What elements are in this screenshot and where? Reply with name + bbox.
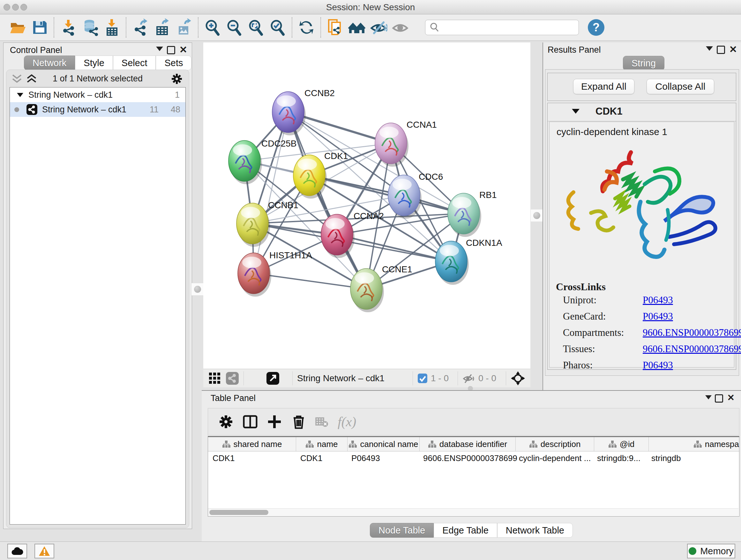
- network-node-hist1h1a[interactable]: HIST1H1A: [238, 250, 312, 297]
- table-options-gear-icon[interactable]: [218, 414, 234, 430]
- table-cell[interactable]: 9606.ENSP00000378699: [419, 451, 515, 465]
- panel-collapse-icon[interactable]: [705, 395, 712, 399]
- selected-checkbox-icon[interactable]: [417, 373, 428, 383]
- crosslink-label: Pharos:: [563, 360, 643, 371]
- first-neighbors-icon[interactable]: [348, 18, 366, 37]
- export-image-icon[interactable]: [175, 18, 193, 37]
- tab-node-table[interactable]: Node Table: [370, 523, 434, 538]
- automation-cloud-button[interactable]: [7, 544, 27, 558]
- column-header-shared-name[interactable]: shared name: [208, 437, 296, 451]
- zoom-selected-icon[interactable]: [269, 18, 286, 37]
- crosslink-value-link[interactable]: P06493: [643, 294, 673, 306]
- tab-edge-table[interactable]: Edge Table: [434, 523, 497, 538]
- horizontal-splitter-handle[interactable]: [467, 387, 474, 390]
- collapse-all-button[interactable]: Collapse All: [647, 79, 714, 94]
- panel-close-icon[interactable]: ✕: [727, 392, 735, 403]
- zoom-fit-icon[interactable]: [247, 18, 265, 37]
- window-title: Session: New Session: [0, 2, 741, 12]
- table-cell[interactable]: cyclin-dependent ...: [515, 451, 593, 465]
- crosslink-value-link[interactable]: 9606.ENSP00000378699: [643, 343, 741, 355]
- network-collection-row[interactable]: String Network – cdk1 1: [10, 87, 185, 102]
- node-entry-header[interactable]: CDK1: [548, 103, 736, 121]
- zoom-in-icon[interactable]: [204, 18, 221, 37]
- export-network-icon[interactable]: [131, 18, 149, 37]
- network-row-selected[interactable]: String Network – cdk1 11 48: [10, 102, 185, 117]
- network-node-ccnb2[interactable]: CCNB2: [272, 88, 335, 135]
- column-header--id[interactable]: @id: [594, 437, 649, 451]
- tab-string[interactable]: String: [623, 56, 664, 71]
- import-table-icon[interactable]: [103, 18, 121, 37]
- tab-sets[interactable]: Sets: [156, 56, 192, 70]
- search-input[interactable]: [425, 20, 579, 35]
- panel-float-icon[interactable]: [167, 46, 175, 54]
- import-database-icon[interactable]: [81, 18, 99, 37]
- table-cell[interactable]: P06493: [347, 451, 419, 465]
- network-node-cdc6[interactable]: CDC6: [388, 172, 443, 219]
- network-graph[interactable]: CCNB2CCNA1CDC25BCDK1CDC6RB1CCNB1CCNA2CDK…: [203, 43, 530, 369]
- network-node-cdk1[interactable]: CDK1: [293, 151, 348, 199]
- network-node-ccna1[interactable]: CCNA1: [375, 120, 437, 167]
- hide-selected-icon[interactable]: [369, 18, 387, 37]
- network-node-ccne1[interactable]: CCNE1: [350, 264, 412, 312]
- crosslink-value-link[interactable]: 9606.ENSP00000378699: [643, 327, 741, 338]
- panel-float-icon[interactable]: [715, 394, 723, 402]
- table-hscrollbar[interactable]: [208, 508, 738, 516]
- export-table-icon[interactable]: [153, 18, 171, 37]
- warnings-button[interactable]: [35, 544, 54, 558]
- network-node-cdc25b[interactable]: CDC25B: [228, 138, 296, 184]
- panel-close-icon[interactable]: ✕: [729, 44, 737, 55]
- gear-icon[interactable]: [171, 72, 183, 85]
- tab-network-table[interactable]: Network Table: [497, 523, 573, 538]
- tree-expander-icon[interactable]: [17, 93, 23, 97]
- right-splitter-handle[interactable]: [530, 209, 543, 222]
- table-toolbar: f(x): [208, 408, 739, 435]
- tab-network[interactable]: Network: [24, 56, 75, 70]
- table-cell[interactable]: CDK1: [296, 451, 347, 465]
- help-button[interactable]: ?: [588, 19, 604, 36]
- table-cell[interactable]: stringdb:9...: [593, 451, 647, 465]
- table-cell[interactable]: stringdb: [647, 451, 739, 465]
- left-splitter-handle[interactable]: [191, 283, 204, 296]
- node-table[interactable]: shared namenamecanonical namedatabase id…: [208, 436, 739, 516]
- network-view-canvas[interactable]: CCNB2CCNA1CDC25BCDK1CDC6RB1CCNB1CCNA2CDK…: [203, 43, 530, 369]
- network-edge[interactable]: [254, 112, 288, 273]
- network-node-cdkn1a[interactable]: CDKN1A: [435, 238, 502, 285]
- save-icon[interactable]: [30, 18, 49, 37]
- panel-collapse-icon[interactable]: [706, 46, 713, 51]
- tab-select[interactable]: Select: [113, 56, 156, 70]
- memory-button[interactable]: Memory: [687, 544, 735, 558]
- column-header-namespace[interactable]: namespace: [649, 437, 739, 451]
- open-in-new-window-icon[interactable]: [266, 372, 280, 385]
- table-cell[interactable]: CDK1: [208, 451, 296, 465]
- import-network-icon[interactable]: [59, 18, 77, 37]
- column-header-canonical-name[interactable]: canonical name: [347, 437, 420, 451]
- show-columns-icon[interactable]: [242, 414, 259, 430]
- network-view-mode-icon[interactable]: [226, 372, 239, 385]
- column-header-name[interactable]: name: [296, 437, 347, 451]
- open-folder-icon[interactable]: [9, 18, 27, 37]
- crosslink-value-link[interactable]: P06493: [643, 360, 673, 371]
- panel-float-icon[interactable]: [717, 46, 725, 54]
- grid-view-icon[interactable]: [208, 372, 221, 385]
- hscrollbar-thumb[interactable]: [209, 510, 268, 515]
- crosslink-value-link[interactable]: P06493: [643, 311, 673, 322]
- birds-eye-view-icon[interactable]: [511, 371, 525, 386]
- refresh-icon[interactable]: [297, 18, 315, 37]
- entry-expander-icon[interactable]: [572, 109, 580, 114]
- show-all-icon[interactable]: [391, 18, 409, 37]
- column-header-description[interactable]: description: [516, 437, 594, 451]
- panel-close-icon[interactable]: ✕: [179, 44, 187, 55]
- add-column-icon[interactable]: [266, 414, 283, 430]
- panel-collapse-icon[interactable]: [156, 47, 163, 51]
- expand-all-button[interactable]: Expand All: [573, 79, 634, 94]
- network-node-rb1[interactable]: RB1: [448, 190, 496, 237]
- zoom-out-icon[interactable]: [225, 18, 243, 37]
- column-header-database-identifier[interactable]: database identifier: [420, 437, 516, 451]
- collection-label: String Network – cdk1: [28, 90, 113, 100]
- hidden-eye-icon[interactable]: [462, 373, 476, 384]
- delete-column-trash-icon[interactable]: [290, 414, 307, 430]
- network-from-selection-icon[interactable]: [326, 18, 344, 37]
- tab-style[interactable]: Style: [75, 56, 113, 70]
- network-node-ccna2[interactable]: CCNA2: [321, 211, 384, 258]
- table-row[interactable]: CDK1CDK1P064939606.ENSP00000378699cyclin…: [208, 451, 739, 465]
